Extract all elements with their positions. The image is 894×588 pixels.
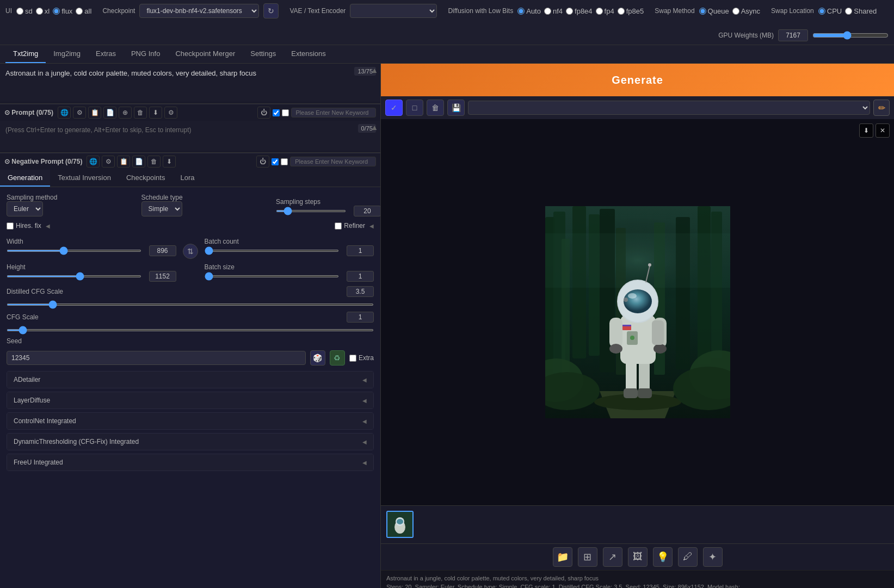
seed-random-btn[interactable]: 🎲: [310, 350, 325, 366]
diffusion-nf4[interactable]: nf4: [544, 7, 563, 15]
swap-shared[interactable]: Shared: [845, 7, 877, 15]
neg-keyword-input[interactable]: [290, 157, 376, 166]
sampling-steps-value[interactable]: [354, 206, 380, 216]
action-gallery-btn[interactable]: 🖼: [628, 547, 648, 567]
ui-option-sd[interactable]: sd: [16, 7, 33, 15]
image-close-btn[interactable]: ✕: [875, 123, 890, 138]
toolbar-box-btn[interactable]: □: [406, 100, 423, 116]
tab-img2img[interactable]: Img2img: [46, 45, 88, 63]
prompt-duplicate-btn[interactable]: ⊕: [119, 107, 132, 119]
width-value[interactable]: [149, 245, 176, 256]
width-slider[interactable]: [7, 250, 141, 252]
batch-size-slider[interactable]: [205, 275, 340, 277]
checkpoint-refresh-btn[interactable]: ↻: [263, 3, 279, 18]
neg-settings-btn[interactable]: ⚙: [102, 156, 115, 168]
prompt-settings-btn[interactable]: ⚙: [73, 107, 86, 119]
adetailer-header[interactable]: ADetailer ◀: [7, 372, 373, 388]
swap-async[interactable]: Async: [732, 7, 760, 15]
gen-tab-textual-inversion[interactable]: Textual Inversion: [50, 170, 119, 187]
neg-paste-btn[interactable]: 📄: [132, 156, 145, 168]
prompt-scroll-up[interactable]: ▲: [371, 66, 378, 75]
toolbar-checkbox-btn[interactable]: ✓: [385, 100, 403, 116]
layerdiffuse-header[interactable]: LayerDiffuse ◀: [7, 392, 373, 408]
height-value[interactable]: [149, 271, 176, 282]
batch-count-value[interactable]: [347, 245, 374, 256]
prompt-power-btn[interactable]: ⏻: [257, 107, 270, 119]
prompt-delete-btn[interactable]: 🗑: [134, 107, 147, 119]
gpu-weights-input[interactable]: 7167: [778, 29, 808, 41]
cfg-scale-slider[interactable]: [7, 329, 374, 331]
prompt-extra-btn[interactable]: ⚙: [164, 107, 177, 119]
toolbar-trash-btn[interactable]: 🗑: [427, 100, 444, 116]
width-height-swap-btn[interactable]: ⇅: [183, 244, 198, 259]
neg-checkbox2[interactable]: [281, 158, 288, 165]
neg-prompt-scroll-up[interactable]: ▲: [371, 123, 378, 132]
controlnet-header[interactable]: ControlNet Integrated ◀: [7, 413, 373, 429]
tab-png-info[interactable]: PNG Info: [124, 45, 168, 63]
action-share-btn[interactable]: ↗: [603, 547, 622, 567]
neg-copy-btn[interactable]: 📋: [117, 156, 130, 168]
distilled-cfg-slider[interactable]: [7, 304, 374, 306]
seed-input[interactable]: [7, 351, 306, 365]
prompt-checkbox1[interactable]: [273, 109, 280, 116]
generate-btn[interactable]: Generate: [381, 64, 894, 96]
diffusion-fp8e4[interactable]: fp8e4: [566, 7, 593, 15]
sampling-steps-slider[interactable]: [276, 210, 346, 212]
refiner-toggle[interactable]: Refiner: [335, 222, 365, 230]
neg-download-btn[interactable]: ⬇: [163, 156, 176, 168]
tab-settings[interactable]: Settings: [243, 45, 283, 63]
prompt-download-btn[interactable]: ⬇: [149, 107, 162, 119]
toolbar-dropdown[interactable]: [468, 101, 870, 115]
action-star-btn[interactable]: ✦: [703, 547, 723, 567]
toolbar-edit-btn[interactable]: ✏: [873, 100, 890, 116]
ui-option-all[interactable]: all: [76, 7, 91, 15]
neg-prompt-textarea[interactable]: [0, 121, 380, 151]
schedule-type-select[interactable]: Simple: [141, 201, 182, 216]
swap-queue[interactable]: Queue: [699, 7, 729, 15]
prompt-paste-btn[interactable]: 📄: [103, 107, 116, 119]
neg-style-btn[interactable]: 🌐: [87, 156, 100, 168]
gen-tab-lora[interactable]: Lora: [172, 170, 202, 187]
action-folder-btn[interactable]: 📁: [553, 547, 572, 567]
batch-size-value[interactable]: [347, 271, 374, 282]
prompt-style-btn[interactable]: 🌐: [58, 107, 71, 119]
tab-txt2img[interactable]: Txt2img: [5, 45, 46, 63]
dynamicthresholding-header[interactable]: DynamicThresholding (CFG-Fix) Integrated…: [7, 434, 373, 450]
checkpoint-select[interactable]: flux1-dev-bnb-nf4-v2.safetensors: [139, 4, 259, 18]
prompt-checkbox2[interactable]: [282, 109, 289, 116]
tab-extensions[interactable]: Extensions: [283, 45, 334, 63]
seed-extra-label[interactable]: Extra: [349, 354, 374, 362]
freeu-header[interactable]: FreeU Integrated ◀: [7, 454, 373, 471]
swap-cpu[interactable]: CPU: [818, 7, 842, 15]
prompt-copy-btn[interactable]: 📋: [88, 107, 101, 119]
tab-extras[interactable]: Extras: [88, 45, 124, 63]
ui-option-xl[interactable]: xl: [36, 7, 50, 15]
diffusion-auto[interactable]: Auto: [517, 7, 541, 15]
vae-select[interactable]: [350, 4, 437, 18]
action-grid-btn[interactable]: ⊞: [578, 547, 597, 567]
tab-checkpoint-merger[interactable]: Checkpoint Merger: [168, 45, 243, 63]
image-download-btn[interactable]: ⬇: [859, 123, 873, 138]
gen-tab-checkpoints[interactable]: Checkpoints: [119, 170, 173, 187]
gen-tab-generation[interactable]: Generation: [0, 170, 50, 187]
height-slider[interactable]: [7, 275, 141, 277]
diffusion-fp4[interactable]: fp4: [596, 7, 614, 15]
hires-fix-toggle[interactable]: Hires. fix: [7, 222, 41, 230]
action-zip-btn[interactable]: 💡: [653, 547, 673, 567]
neg-delete-btn[interactable]: 🗑: [147, 156, 161, 168]
distilled-cfg-value[interactable]: [347, 286, 374, 297]
prompt-textarea[interactable]: Astronaut in a jungle, cold color palett…: [0, 64, 380, 102]
neg-checkbox1[interactable]: [272, 158, 279, 165]
seed-recycle-btn[interactable]: ♻: [330, 350, 345, 366]
diffusion-fp8e5[interactable]: fp8e5: [618, 7, 644, 15]
prompt-keyword-input[interactable]: [291, 108, 376, 117]
toolbar-save-btn[interactable]: 💾: [447, 100, 465, 116]
cfg-scale-value[interactable]: [347, 312, 374, 323]
action-brush-btn[interactable]: 🖊: [678, 547, 698, 567]
ui-option-flux[interactable]: flux: [53, 7, 72, 15]
thumbnail-item[interactable]: [386, 511, 414, 538]
neg-power-btn[interactable]: ⏻: [256, 156, 269, 168]
sampling-method-select[interactable]: Euler: [7, 201, 43, 216]
gpu-weights-slider[interactable]: [812, 31, 889, 40]
batch-count-slider[interactable]: [205, 250, 340, 252]
